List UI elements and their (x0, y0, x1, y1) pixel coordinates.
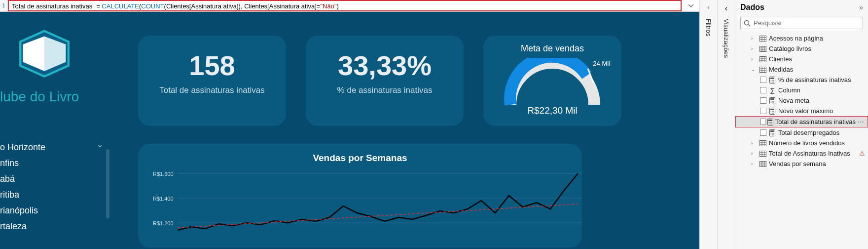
expand-icon[interactable]: » (859, 3, 863, 11)
field-row[interactable]: % de assinaturas inativas (735, 75, 868, 85)
y-tick: R$1.200 (153, 220, 174, 226)
chart-title: Vendas por Semanas (153, 153, 567, 164)
field-name: Nova meta (778, 97, 809, 104)
table-name: Total de Assinaturas Inativas (769, 150, 850, 157)
table-row[interactable]: ›Total de Assinaturas Inativas⚠ (735, 148, 868, 159)
card-value: 33,33% (326, 49, 444, 82)
table-name: Acessos na página (769, 35, 823, 42)
svg-point-39 (771, 102, 772, 103)
search-input[interactable] (754, 19, 860, 27)
svg-point-46 (773, 111, 774, 112)
svg-point-56 (770, 124, 771, 124)
svg-rect-11 (760, 46, 766, 51)
filters-pane-collapsed[interactable]: ‹ Filtros (699, 0, 717, 249)
chart-line-vendas (178, 173, 578, 230)
field-checkbox[interactable] (760, 108, 766, 114)
field-checkbox[interactable] (760, 87, 766, 93)
field-row[interactable]: Total desempregados (735, 127, 868, 138)
svg-point-60 (771, 133, 772, 134)
data-pane-title: Dados (740, 3, 764, 12)
slicer-item[interactable]: rtaleza (0, 218, 123, 234)
field-checkbox[interactable] (760, 97, 766, 104)
chevron-icon: › (751, 46, 757, 51)
svg-point-4 (745, 20, 749, 25)
chevron-down-icon (688, 4, 694, 8)
svg-point-32 (772, 82, 773, 83)
svg-rect-51 (768, 120, 772, 121)
svg-point-36 (771, 101, 772, 102)
field-row[interactable]: Novo valor maximo (735, 106, 868, 116)
field-row[interactable]: Total de assinaturas inativas⋯ (735, 116, 868, 127)
search-icon (744, 20, 751, 27)
svg-rect-6 (760, 36, 766, 41)
field-checkbox[interactable] (760, 119, 765, 125)
chart-vendas-semanas[interactable]: Vendas por Semanas R$1.600 R$1.400 R$1.2… (138, 144, 582, 248)
table-icon (759, 161, 767, 167)
table-name: Clientes (769, 55, 792, 63)
table-name: Catálogo livros (769, 45, 811, 52)
svg-point-49 (773, 113, 774, 114)
svg-point-48 (772, 113, 773, 114)
chevron-down-icon[interactable]: ⌄ (96, 136, 104, 152)
svg-point-31 (771, 82, 772, 83)
table-row[interactable]: ›Clientes (735, 54, 868, 64)
card-label: Total de assinaturas inativas (158, 85, 266, 95)
slicer-item[interactable]: o Horizonte (0, 139, 123, 155)
formula-bar[interactable]: 1 Total de assinaturas inativas = CALCUL… (0, 0, 699, 12)
card-pct-inativas[interactable]: 33,33% % de assinaturas inativas (306, 36, 464, 126)
svg-point-54 (771, 122, 772, 123)
svg-rect-71 (760, 151, 766, 156)
svg-point-38 (773, 101, 774, 102)
field-row[interactable]: Nova meta (735, 95, 868, 106)
field-checkbox[interactable] (760, 77, 766, 83)
visualizations-pane-collapsed[interactable]: ‹ Visualizações (717, 0, 735, 249)
table-name: Número de livros vendidos (769, 139, 845, 147)
svg-rect-66 (760, 140, 766, 146)
calc-icon (768, 97, 776, 104)
chevron-left-icon[interactable]: ‹ (725, 4, 727, 13)
slicer-item[interactable]: ritiba (0, 187, 123, 203)
calc-icon (767, 119, 773, 125)
table-name: Vendas por semana (769, 160, 826, 167)
fields-search[interactable] (740, 17, 863, 29)
slicer-item[interactable]: abá (0, 171, 123, 187)
field-checkbox[interactable] (760, 129, 766, 136)
svg-rect-59 (770, 130, 774, 132)
svg-rect-43 (770, 109, 774, 110)
table-icon (759, 36, 767, 42)
table-row[interactable]: ›Vendas por semana (735, 159, 868, 169)
card-total-inativas[interactable]: 158 Total de assinaturas inativas (138, 36, 286, 126)
gauge-meta-vendas[interactable]: Meta de vendas 24 Mil R$22,30 Mil (483, 36, 621, 126)
chevron-left-icon[interactable]: ‹ (708, 4, 710, 11)
field-name: % de assinaturas inativas (778, 76, 851, 83)
slicer-scrollbar[interactable] (106, 149, 109, 218)
field-row[interactable]: ∑Column (735, 85, 868, 95)
svg-rect-35 (770, 98, 774, 100)
filters-label: Filtros (705, 19, 712, 36)
more-icon[interactable]: ⋯ (858, 118, 865, 125)
field-name: Column (778, 86, 800, 94)
city-slicer[interactable]: ⌄ o Horizonte nfins abá ritiba rianópoli… (0, 139, 123, 234)
table-row[interactable]: ›Número de livros vendidos (735, 138, 868, 148)
formula-func-count: COUNT (141, 2, 164, 10)
gauge-target: 24 Mil (593, 60, 610, 67)
table-icon (759, 140, 767, 146)
table-row[interactable]: ⌄Medidas (735, 64, 868, 75)
fields-tree[interactable]: ›Acessos na página›Catálogo livros›Clien… (735, 33, 868, 249)
field-name: Novo valor maximo (778, 107, 833, 115)
formula-dropdown[interactable] (682, 0, 699, 11)
y-tick: R$1.600 (153, 171, 174, 177)
report-canvas[interactable]: lube do Livro ⌄ o Horizonte nfins abá ri… (0, 12, 699, 249)
table-row[interactable]: ›Catálogo livros (735, 43, 868, 54)
table-row[interactable]: ›Acessos na página (735, 33, 868, 43)
visualizations-label: Visualizações (723, 19, 730, 58)
svg-point-47 (771, 113, 772, 114)
slicer-item[interactable]: rianópolis (0, 203, 123, 218)
chevron-icon: › (751, 140, 757, 146)
formula-input[interactable]: Total de assinaturas inativas = CALCULAT… (8, 0, 682, 11)
svg-point-29 (772, 80, 773, 81)
slicer-item[interactable]: nfins (0, 155, 123, 171)
chevron-icon: ⌄ (751, 67, 757, 72)
svg-point-33 (773, 82, 774, 83)
table-icon (759, 151, 767, 157)
